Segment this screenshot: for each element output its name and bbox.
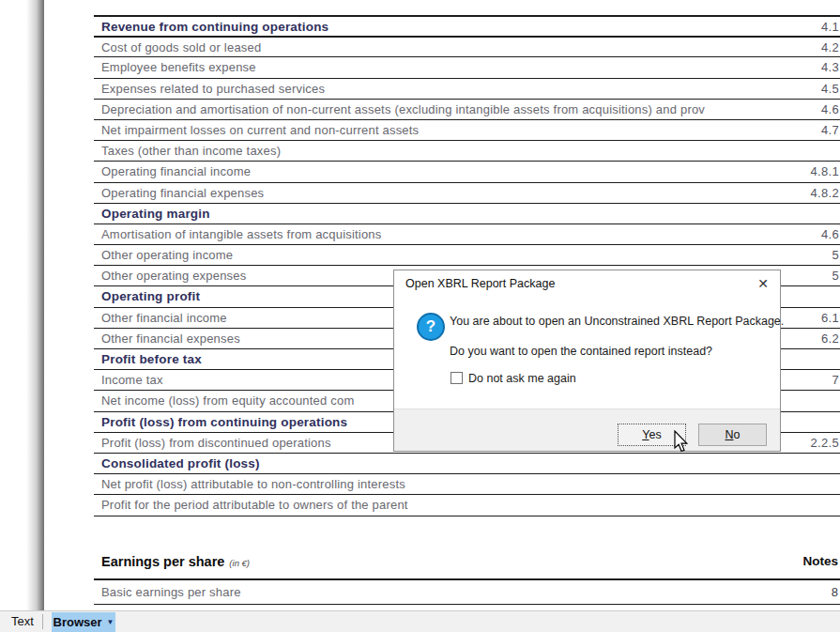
row-label: Basic earnings per share — [101, 585, 241, 599]
row-note: 2.2.5 — [811, 436, 839, 450]
row-note: 6.2 — [821, 331, 839, 346]
row-note: 4.2 — [821, 40, 839, 54]
row-label: Amortisation of intangible assets from a… — [101, 227, 782, 241]
row-label: Taxes (other than income taxes) — [101, 144, 782, 158]
row-label: Net impairment losses on current and non… — [101, 123, 782, 137]
eps-row: Basic earnings per share8 — [94, 582, 840, 605]
row-label: Operating margin — [101, 207, 782, 221]
table-row: Operating financial income4.8.1 — [94, 161, 840, 181]
table-row: Employee benefits expense4.3 — [94, 56, 840, 77]
table-row: Net impairment losses on current and non… — [94, 119, 840, 140]
dialog-message-line1: You are about to open an Unconstrained X… — [450, 315, 784, 328]
row-label: Employee benefits expense — [101, 60, 782, 74]
close-icon[interactable]: ✕ — [752, 272, 774, 295]
do-not-ask-checkbox[interactable] — [451, 372, 463, 384]
table-row: Cost of goods sold or leased4.2 — [94, 36, 840, 56]
row-label: Other operating income — [101, 248, 782, 262]
eps-divider-top — [94, 578, 840, 580]
tab-browser-label: Browser — [53, 615, 102, 629]
table-row: Profit for the period attributable to ow… — [94, 494, 840, 515]
table-row: Net profit (loss) attributable to non-co… — [94, 473, 840, 494]
table-row: Depreciation and amortisation of non-cur… — [94, 99, 840, 119]
dialog-footer: Yes No — [394, 408, 780, 451]
row-note: 8 — [832, 585, 838, 599]
eps-unit: (in €) — [229, 558, 250, 568]
tab-browser-view[interactable]: Browser ▼ — [52, 612, 115, 632]
row-note: 7 — [832, 373, 839, 387]
do-not-ask-label: Do not ask me again — [468, 372, 576, 385]
notes-column-header: Notes — [802, 554, 838, 568]
row-label: Operating financial expenses — [101, 186, 782, 200]
row-label: Cost of goods sold or leased — [101, 40, 782, 54]
table-row: Other operating income5 — [94, 244, 840, 265]
row-note: 4.1 — [821, 20, 839, 34]
table-row: Consolidated profit (loss) — [94, 453, 840, 473]
table-row: Taxes (other than income taxes) — [94, 140, 840, 161]
dialog-message-line2: Do you want to open the contained report… — [450, 345, 712, 358]
open-xbrl-dialog: Open XBRL Report Package ✕ ? You are abo… — [393, 270, 781, 452]
chevron-down-icon: ▼ — [107, 618, 115, 626]
page-edge-shadow — [26, 0, 44, 610]
mouse-cursor — [672, 430, 691, 453]
row-label: Expenses related to purchased services — [101, 82, 782, 96]
row-note: 6.1 — [821, 311, 839, 325]
status-bar: Text Browser ▼ — [0, 610, 840, 632]
row-note: 5 — [832, 269, 839, 283]
row-label: Depreciation and amortisation of non-cur… — [101, 102, 782, 116]
row-note: 4.8.1 — [811, 164, 839, 178]
taskbar-separator — [42, 614, 43, 629]
no-button-label: No — [699, 424, 766, 445]
tab-text-view[interactable]: Text — [11, 611, 34, 632]
row-note: 4.7 — [821, 123, 839, 137]
table-row: Revenue from continuing operations4.1 — [94, 15, 840, 36]
row-note: 4.8.2 — [811, 186, 839, 200]
row-note: 4.5 — [821, 82, 839, 96]
table-row: Operating financial expenses4.8.2 — [94, 182, 840, 203]
row-note: 4.6 — [821, 227, 839, 241]
no-button[interactable]: No — [698, 424, 767, 446]
row-label: Consolidated profit (loss) — [101, 456, 782, 470]
row-label: Profit for the period attributable to ow… — [101, 498, 782, 512]
row-label: Net profit (loss) attributable to non-co… — [101, 477, 782, 491]
table-row: Operating margin — [94, 203, 840, 224]
dialog-title: Open XBRL Report Package — [405, 277, 555, 290]
table-row: Amortisation of intangible assets from a… — [94, 224, 840, 244]
row-note: 4.6 — [821, 102, 839, 116]
row-note: 5 — [832, 248, 839, 262]
row-label: Operating financial income — [101, 164, 782, 178]
row-note: 4.3 — [821, 60, 839, 74]
eps-heading: Earnings per share(in €) — [101, 553, 250, 570]
table-row: Expenses related to purchased services4.… — [94, 78, 840, 99]
question-icon: ? — [417, 313, 445, 341]
eps-title: Earnings per share — [101, 554, 224, 569]
row-label: Revenue from continuing operations — [101, 20, 782, 34]
